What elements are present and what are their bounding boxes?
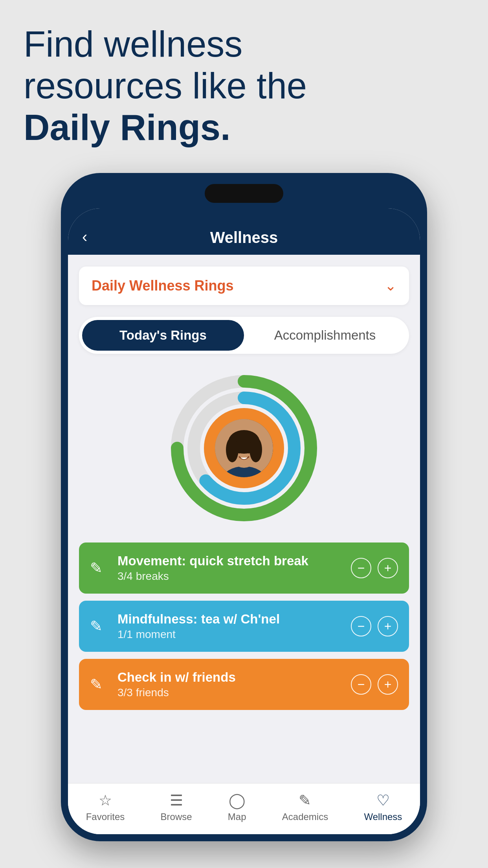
phone-screen: ‹ Wellness Daily Wellness Rings ⌄ Today'… xyxy=(68,208,420,834)
activity-card-social: ✎ Check in w/ friends 3/3 friends − + xyxy=(79,659,409,710)
svg-point-13 xyxy=(250,437,262,462)
edit-icon-mindfulness: ✎ xyxy=(90,618,110,635)
activity-title-movement: Movement: quick stretch break xyxy=(117,554,343,568)
activity-controls-movement: − + xyxy=(351,558,398,578)
activity-text-mindfulness: Mindfulness: tea w/ Ch'nel 1/1 moment xyxy=(117,612,343,641)
activity-text-movement: Movement: quick stretch break 3/4 breaks xyxy=(117,554,343,583)
dropdown-label: Daily Wellness Rings xyxy=(92,278,233,294)
tab-todays-rings[interactable]: Today's Rings xyxy=(82,320,244,351)
activity-controls-mindfulness: − + xyxy=(351,616,398,636)
wellness-label: Wellness xyxy=(364,811,402,822)
activity-title-social: Check in w/ friends xyxy=(117,670,343,685)
academics-icon: ✎ xyxy=(299,792,311,809)
decrement-social-button[interactable]: − xyxy=(351,674,371,695)
favorites-label: Favorites xyxy=(86,811,125,822)
tab-browse[interactable]: ☰ Browse xyxy=(161,792,192,822)
activity-subtitle-social: 3/3 friends xyxy=(117,686,343,699)
activity-text-social: Check in w/ friends 3/3 friends xyxy=(117,670,343,699)
rings-svg-wrapper xyxy=(169,373,319,523)
browse-icon: ☰ xyxy=(170,792,183,809)
svg-point-12 xyxy=(226,437,238,462)
activity-title-mindfulness: Mindfulness: tea w/ Ch'nel xyxy=(117,612,343,627)
tabs-container: Today's Rings Accomplishments xyxy=(79,317,409,354)
activity-card-movement: ✎ Movement: quick stretch break 3/4 brea… xyxy=(79,542,409,594)
tab-favorites[interactable]: ☆ Favorites xyxy=(86,792,125,822)
back-button[interactable]: ‹ xyxy=(82,228,87,246)
dropdown-chevron-icon: ⌄ xyxy=(385,278,396,294)
activity-subtitle-mindfulness: 1/1 moment xyxy=(117,628,343,641)
phone-notch xyxy=(205,184,283,203)
hero-line2: resources like the xyxy=(24,66,307,106)
browse-label: Browse xyxy=(161,811,192,822)
activity-subtitle-movement: 3/4 breaks xyxy=(117,570,343,583)
phone-frame: ‹ Wellness Daily Wellness Rings ⌄ Today'… xyxy=(61,173,427,841)
increment-movement-button[interactable]: + xyxy=(378,558,398,578)
academics-label: Academics xyxy=(282,811,328,822)
favorites-icon: ☆ xyxy=(99,792,112,809)
increment-social-button[interactable]: + xyxy=(378,674,398,695)
map-icon: ◯ xyxy=(229,792,246,809)
decrement-movement-button[interactable]: − xyxy=(351,558,371,578)
user-avatar xyxy=(215,419,273,477)
bottom-tabbar: ☆ Favorites ☰ Browse ◯ Map ✎ Academics ♡… xyxy=(68,783,420,834)
svg-point-15 xyxy=(247,449,251,454)
increment-mindfulness-button[interactable]: + xyxy=(378,616,398,636)
hero-line3: Daily Rings. xyxy=(24,107,231,147)
hero-section: Find wellness resources like the Daily R… xyxy=(24,24,464,148)
dropdown-selector[interactable]: Daily Wellness Rings ⌄ xyxy=(79,267,409,305)
phone-header: ‹ Wellness xyxy=(68,208,420,255)
tab-wellness[interactable]: ♡ Wellness xyxy=(364,792,402,822)
edit-icon-social: ✎ xyxy=(90,676,110,693)
activity-card-mindfulness: ✎ Mindfulness: tea w/ Ch'nel 1/1 moment … xyxy=(79,601,409,652)
screen-content: Daily Wellness Rings ⌄ Today's Rings Acc… xyxy=(68,255,420,783)
tab-accomplishments[interactable]: Accomplishments xyxy=(244,320,406,351)
tab-academics[interactable]: ✎ Academics xyxy=(282,792,328,822)
edit-icon-movement: ✎ xyxy=(90,559,110,577)
screen-title: Wellness xyxy=(210,229,278,246)
wellness-icon: ♡ xyxy=(376,792,390,809)
hero-line1: Find wellness xyxy=(24,24,242,64)
decrement-mindfulness-button[interactable]: − xyxy=(351,616,371,636)
tab-map[interactable]: ◯ Map xyxy=(228,792,246,822)
map-label: Map xyxy=(228,811,246,822)
rings-chart xyxy=(79,366,409,531)
activity-controls-social: − + xyxy=(351,674,398,695)
svg-point-14 xyxy=(237,449,241,454)
